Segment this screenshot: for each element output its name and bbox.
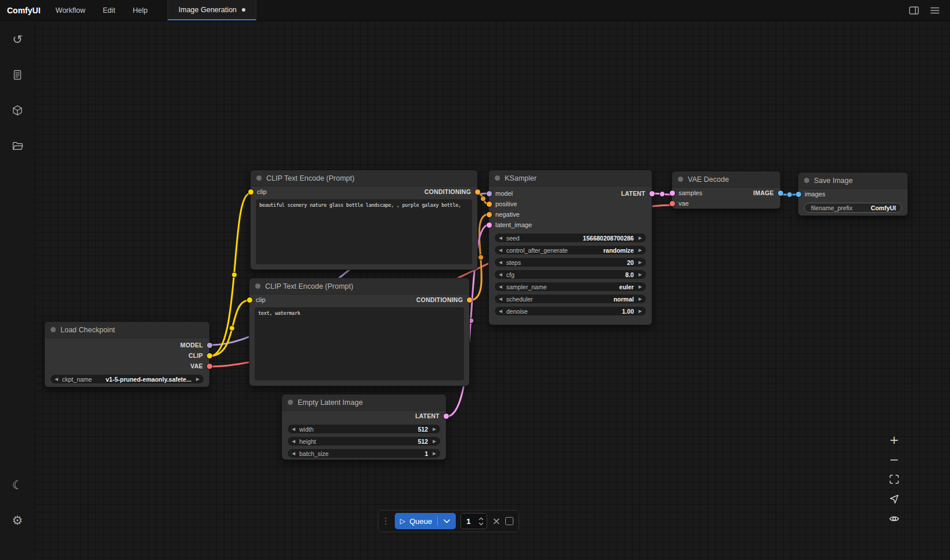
collapse-dot[interactable] xyxy=(678,177,683,182)
drag-handle-icon[interactable]: ⋮ xyxy=(381,516,390,526)
widget-control-after-generate[interactable]: ◀ control_after_generate randomize ▶ xyxy=(495,246,646,254)
input-slot-latent-image[interactable] xyxy=(487,222,492,228)
output-slot-conditioning[interactable] xyxy=(467,297,472,303)
input-slot-negative[interactable] xyxy=(487,212,492,217)
node-title-bar[interactable]: Load Checkpoint xyxy=(45,322,209,338)
queue-button[interactable]: ▷ Queue xyxy=(395,513,456,529)
node-clip-text-encode-positive[interactable]: CLIP Text Encode (Prompt) clip CONDITION… xyxy=(250,170,478,270)
widget-next-icon[interactable]: ▶ xyxy=(638,285,642,289)
widget-decrement-icon[interactable]: ◀ xyxy=(292,451,295,456)
node-empty-latent-image[interactable]: Empty Latent Image LATENT ◀ width 512 ▶ … xyxy=(281,394,447,460)
widget-seed[interactable]: ◀ seed 156680208700286 ▶ xyxy=(495,234,646,242)
widget-prev-icon[interactable]: ◀ xyxy=(499,285,502,289)
widget-next-icon[interactable]: ▶ xyxy=(638,248,642,253)
input-slot-clip[interactable] xyxy=(248,189,253,195)
widget-increment-icon[interactable]: ▶ xyxy=(433,427,436,432)
widget-next-icon[interactable]: ▶ xyxy=(638,297,642,301)
input-slot-model[interactable] xyxy=(487,191,492,196)
hamburger-menu-icon[interactable] xyxy=(929,5,941,16)
fit-view-button[interactable] xyxy=(885,471,903,488)
widget-prev-icon[interactable]: ◀ xyxy=(499,297,502,301)
widget-decrement-icon[interactable]: ◀ xyxy=(499,236,502,240)
zoom-in-button[interactable]: + xyxy=(885,431,903,448)
widget-decrement-icon[interactable]: ◀ xyxy=(292,439,295,444)
output-slot-clip[interactable] xyxy=(207,353,212,358)
widget-denoise[interactable]: ◀ denoise 1.00 ▶ xyxy=(495,307,646,315)
input-slot-positive[interactable] xyxy=(487,202,492,207)
menu-help[interactable]: Help xyxy=(133,6,148,15)
widget-width[interactable]: ◀ width 512 ▶ xyxy=(288,425,440,433)
collapse-dot[interactable] xyxy=(804,178,809,183)
widget-batch-size[interactable]: ◀ batch_size 1 ▶ xyxy=(288,449,440,458)
stop-icon[interactable] xyxy=(505,517,513,525)
theme-toggle-button[interactable]: ☾ xyxy=(6,473,29,497)
node-ksampler[interactable]: KSampler model LATENT positive negative xyxy=(488,170,652,325)
node-title-bar[interactable]: KSampler xyxy=(489,170,652,186)
widget-decrement-icon[interactable]: ◀ xyxy=(499,260,502,265)
widget-decrement-icon[interactable]: ◀ xyxy=(292,427,295,432)
node-title-bar[interactable]: Save Image xyxy=(798,173,908,189)
widget-next-icon[interactable]: ▶ xyxy=(196,377,199,382)
node-canvas[interactable]: CLIP Text Encode (Prompt) clip CONDITION… xyxy=(35,21,950,560)
node-library-button[interactable] xyxy=(6,63,29,87)
menu-edit[interactable]: Edit xyxy=(103,6,116,15)
widget-steps[interactable]: ◀ steps 20 ▶ xyxy=(495,258,646,267)
collapse-dot[interactable] xyxy=(495,175,500,181)
batch-count-stepper[interactable]: 1 xyxy=(460,513,487,529)
node-title-bar[interactable]: CLIP Text Encode (Prompt) xyxy=(249,278,469,295)
menu-workflow[interactable]: Workflow xyxy=(56,6,85,15)
collapse-dot[interactable] xyxy=(51,327,56,332)
increment-icon[interactable] xyxy=(478,517,484,520)
prompt-textarea[interactable]: text, watermark xyxy=(255,307,464,380)
collapse-dot[interactable] xyxy=(288,400,293,405)
node-save-image[interactable]: Save Image images filename_prefix ComfyU… xyxy=(798,172,908,216)
collapse-dot[interactable] xyxy=(255,283,260,289)
node-load-checkpoint[interactable]: Load Checkpoint MODEL CLIP VAE ◀ ckpt_n xyxy=(44,321,210,387)
output-slot-model[interactable] xyxy=(207,343,212,348)
workflows-button[interactable] xyxy=(6,134,29,157)
node-title-bar[interactable]: VAE Decode xyxy=(672,171,780,188)
widget-height[interactable]: ◀ height 512 ▶ xyxy=(288,437,440,446)
widget-prev-icon[interactable]: ◀ xyxy=(55,377,58,382)
prompt-textarea[interactable]: beautiful scenery nature glass bottle la… xyxy=(256,199,472,264)
widget-decrement-icon[interactable]: ◀ xyxy=(499,272,502,277)
output-slot-conditioning[interactable] xyxy=(475,189,480,195)
node-clip-text-encode-negative[interactable]: CLIP Text Encode (Prompt) clip CONDITION… xyxy=(249,278,470,386)
input-slot-clip[interactable] xyxy=(247,297,252,303)
workflow-history-button[interactable]: ↺ xyxy=(6,28,29,51)
widget-sampler-name[interactable]: ◀ sampler_name euler ▶ xyxy=(495,282,646,291)
decrement-icon[interactable] xyxy=(478,522,484,526)
widget-increment-icon[interactable]: ▶ xyxy=(433,451,436,456)
widget-decrement-icon[interactable]: ◀ xyxy=(499,309,502,314)
toggle-link-visibility-button[interactable] xyxy=(885,510,903,527)
widget-prev-icon[interactable]: ◀ xyxy=(499,248,502,253)
widget-filename-prefix[interactable]: filename_prefix ComfyUI xyxy=(804,203,902,213)
model-library-button[interactable] xyxy=(6,99,29,122)
widget-increment-icon[interactable]: ▶ xyxy=(638,272,642,277)
widget-ckpt-name[interactable]: ◀ ckpt_name v1-5-pruned-emaonly.safete..… xyxy=(51,375,203,383)
widget-scheduler[interactable]: ◀ scheduler normal ▶ xyxy=(495,295,646,303)
input-slot-samples[interactable] xyxy=(670,191,675,196)
input-slot-images[interactable] xyxy=(796,192,801,197)
chevron-down-icon[interactable] xyxy=(443,519,451,524)
pointer-mode-button[interactable] xyxy=(885,490,903,508)
panel-toggle-icon[interactable] xyxy=(908,5,920,16)
collapse-dot[interactable] xyxy=(256,175,262,181)
settings-button[interactable]: ⚙ xyxy=(6,509,29,532)
output-slot-latent[interactable] xyxy=(649,191,655,196)
widget-cfg[interactable]: ◀ cfg 8.0 ▶ xyxy=(495,270,646,279)
output-slot-latent[interactable] xyxy=(444,414,449,419)
cancel-icon[interactable]: × xyxy=(492,516,501,526)
output-slot-vae[interactable] xyxy=(207,364,212,369)
node-title-bar[interactable]: Empty Latent Image xyxy=(282,394,446,411)
tab-image-generation[interactable]: Image Generation xyxy=(167,0,256,20)
widget-increment-icon[interactable]: ▶ xyxy=(638,236,642,240)
input-slot-vae[interactable] xyxy=(670,201,675,206)
node-vae-decode[interactable]: VAE Decode samples IMAGE vae xyxy=(672,171,781,209)
node-title-bar[interactable]: CLIP Text Encode (Prompt) xyxy=(251,170,477,186)
output-slot-image[interactable] xyxy=(778,191,783,196)
widget-increment-icon[interactable]: ▶ xyxy=(638,260,642,265)
widget-increment-icon[interactable]: ▶ xyxy=(638,309,642,314)
widget-increment-icon[interactable]: ▶ xyxy=(433,439,436,444)
zoom-out-button[interactable]: − xyxy=(885,451,903,468)
